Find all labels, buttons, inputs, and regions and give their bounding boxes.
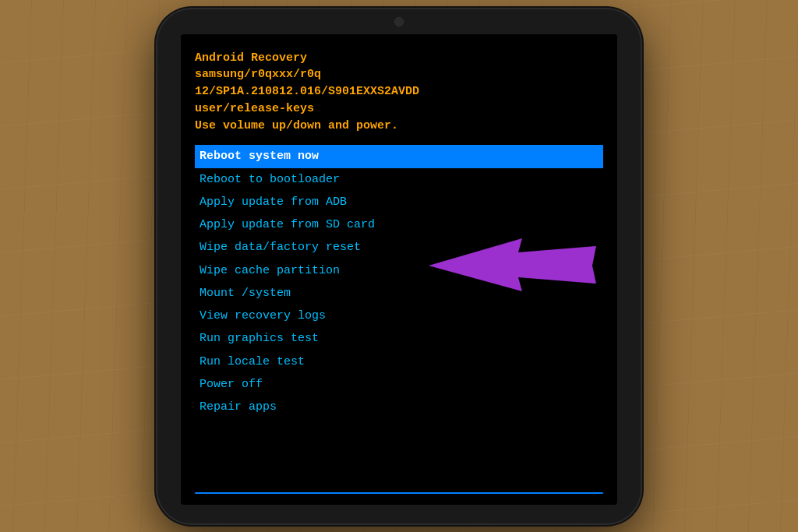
menu-item-0[interactable]: Reboot system now: [195, 145, 603, 167]
header-line-4: user/release-keys: [195, 100, 603, 118]
menu-item-10[interactable]: Power off: [195, 373, 603, 396]
header-line-5: Use volume up/down and power.: [195, 118, 603, 135]
screen-header: Android Recovery samsung/r0qxxx/r0q 12/S…: [195, 50, 603, 135]
menu-item-2[interactable]: Apply update from ADB: [195, 191, 603, 213]
menu-item-7[interactable]: View recovery logs: [195, 305, 603, 327]
menu-item-5[interactable]: Wipe cache partition: [195, 259, 603, 282]
recovery-menu: Reboot system nowReboot to bootloaderApp…: [195, 145, 603, 418]
menu-item-8[interactable]: Run graphics test: [195, 327, 603, 350]
header-line-3: 12/SP1A.210812.016/S901EXXS2AVDD: [195, 83, 603, 100]
front-camera: [394, 17, 404, 26]
phone-screen: Android Recovery samsung/r0qxxx/r0q 12/S…: [181, 34, 617, 505]
menu-item-6[interactable]: Mount /system: [195, 282, 603, 305]
header-line-2: samsung/r0qxxx/r0q: [195, 66, 603, 83]
phone-notch: [157, 9, 641, 34]
menu-item-3[interactable]: Apply update from SD card: [195, 213, 603, 236]
menu-item-9[interactable]: Run locale test: [195, 351, 603, 373]
menu-item-1[interactable]: Reboot to bootloader: [195, 168, 603, 191]
bottom-separator: [195, 492, 603, 494]
header-line-1: Android Recovery: [195, 50, 603, 67]
menu-item-11[interactable]: Repair apps: [195, 396, 603, 418]
phone-device: Android Recovery samsung/r0qxxx/r0q 12/S…: [157, 9, 641, 523]
menu-item-4[interactable]: Wipe data/factory reset: [195, 236, 603, 259]
